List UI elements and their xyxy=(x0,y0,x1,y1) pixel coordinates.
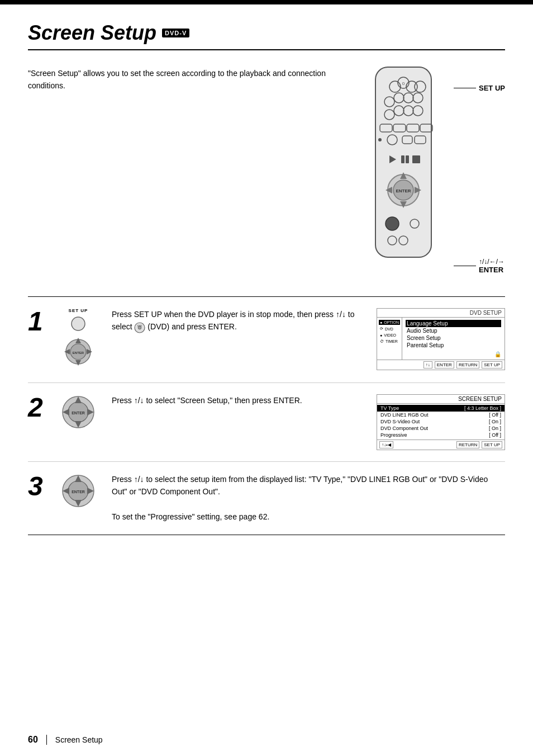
row-component: DVD Component Out[ On ] xyxy=(377,425,505,432)
footer-enter: ENTER xyxy=(435,361,454,368)
step-1-remote-mini: ENTER xyxy=(61,315,95,371)
svg-point-18 xyxy=(378,138,382,141)
step-3-number: 3 xyxy=(28,473,45,500)
svg-rect-23 xyxy=(401,155,404,163)
step-1-icon-label: SET UP xyxy=(69,308,88,313)
step-2-number: 2 xyxy=(28,394,45,421)
step-1-menu: Language Setup Audio Setup Screen Setup … xyxy=(402,318,505,360)
step-2-rows: TV Type[ 4:3 Letter Box ] DVD LINE1 RGB … xyxy=(377,404,505,440)
step-2-text: Press ↑/↓ to select "Screen Setup," then… xyxy=(112,394,365,407)
page-footer: 60 Screen Setup xyxy=(28,735,103,745)
enter-label: ↑/↓/←/→ ENTER xyxy=(479,258,505,274)
step-1-number: 1 xyxy=(28,308,45,335)
intro-text: "Screen Setup" allows you to set the scr… xyxy=(28,62,342,92)
sidebar-dvd: ⟳ DVD xyxy=(379,326,400,332)
step-2: 2 ENTER Press ↑/↓ to select "Screen Setu… xyxy=(28,383,505,462)
step-3-text1: Press ↑/↓ to select the setup item from … xyxy=(112,473,505,498)
row-rgb: DVD LINE1 RGB Out[ Off ] xyxy=(377,412,505,418)
sidebar-timer: ⏱ TIMER xyxy=(379,339,400,344)
row-progressive: Progressive[ Off ] xyxy=(377,432,505,438)
menu-audio: Audio Setup xyxy=(406,327,501,334)
footer-nav-btns: ↑↓•◀ xyxy=(379,441,393,448)
footer-setup: SET UP xyxy=(482,361,502,368)
step-2-footer: ↑↓•◀ RETURN SET UP xyxy=(377,440,505,450)
remote-svg: 0 xyxy=(359,62,448,274)
step-2-screen: SCREEN SETUP TV Type[ 4:3 Letter Box ] D… xyxy=(377,394,505,450)
svg-rect-24 xyxy=(406,155,409,163)
menu-screen: Screen Setup xyxy=(406,334,501,342)
step-2-screen-title: SCREEN SETUP xyxy=(377,395,505,404)
step-3-icon: ENTER xyxy=(56,473,101,509)
step-2-dpad: ENTER xyxy=(60,394,97,431)
svg-text:ENTER: ENTER xyxy=(73,351,84,355)
svg-text:ENTER: ENTER xyxy=(72,490,85,494)
steps-section: 1 SET UP ENTER P xyxy=(28,296,505,535)
row-tv-type: TV Type[ 4:3 Letter Box ] xyxy=(377,405,505,412)
step-1-sidebar: ● OPTION ⟳ DVD ● VIDEO xyxy=(377,318,402,360)
svg-point-33 xyxy=(386,217,399,230)
step-1-footer: ↑↓ ENTER RETURN SET UP xyxy=(377,360,505,370)
top-bar xyxy=(0,0,533,4)
step-1-screen: DVD SETUP ● OPTION ⟳ DVD xyxy=(377,308,505,370)
sidebar-video: ● VIDEO xyxy=(379,333,400,338)
svg-text:DVD: DVD xyxy=(137,324,142,327)
page-label: Screen Setup xyxy=(55,735,103,744)
menu-language: Language Setup xyxy=(406,320,501,327)
page-title: Screen Setup xyxy=(28,21,156,45)
dvd-icon-inline: DVD xyxy=(134,322,145,333)
row-svideo: DVD S-Video Out[ On ] xyxy=(377,418,505,425)
svg-text:0: 0 xyxy=(402,81,405,86)
footer-return: RETURN xyxy=(456,361,479,368)
parental-icon: 🔒 xyxy=(406,349,501,357)
step-3-content: Press ↑/↓ to select the setup item from … xyxy=(112,473,505,523)
step-3-text2: To set the "Progressive" setting, see pa… xyxy=(112,511,505,523)
page-number: 60 xyxy=(28,735,38,745)
remote-illustration: 0 xyxy=(359,62,505,274)
intro-section: "Screen Setup" allows you to set the scr… xyxy=(28,62,505,274)
svg-text:ENTER: ENTER xyxy=(396,188,411,193)
step-1-text: Press SET UP when the DVD player is in s… xyxy=(112,308,365,333)
step-3-dpad: ENTER xyxy=(60,473,97,509)
menu-parental: Parental Setup xyxy=(406,342,501,349)
step-2-content: Press ↑/↓ to select "Screen Setup," then… xyxy=(112,394,365,407)
svg-rect-25 xyxy=(412,155,420,163)
setup-label: SET UP xyxy=(479,84,505,92)
step-1-screen-title: DVD SETUP xyxy=(377,309,505,318)
page-title-section: Screen Setup DVD-V xyxy=(28,21,505,50)
step-2-icon: ENTER xyxy=(56,394,101,431)
step-1-icon: SET UP ENTER xyxy=(56,308,101,371)
svg-point-37 xyxy=(72,317,85,330)
footer-setup2: SET UP xyxy=(482,441,502,448)
step-3: 3 ENTER Press ↑/↓ to select the setup it… xyxy=(28,462,505,535)
footer-return2: RETURN xyxy=(456,441,479,448)
dvd-badge: DVD-V xyxy=(162,29,189,37)
step-1: 1 SET UP ENTER P xyxy=(28,297,505,383)
footer-arrows: ↑↓ xyxy=(423,361,432,368)
step-1-content: Press SET UP when the DVD player is in s… xyxy=(112,308,365,333)
svg-text:ENTER: ENTER xyxy=(72,411,85,415)
sidebar-option: ● OPTION xyxy=(379,320,400,325)
